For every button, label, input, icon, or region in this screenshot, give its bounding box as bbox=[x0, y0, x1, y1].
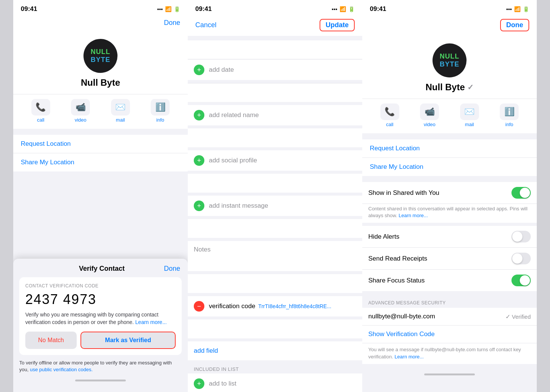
add-field-row[interactable]: add field bbox=[188, 341, 362, 360]
battery-icon-3: 🔋 bbox=[523, 6, 529, 12]
add-social-row[interactable]: + add social profile bbox=[188, 150, 362, 171]
verification-code-card: − verification code TrrTI8e4cfrr_hf8t6h8… bbox=[188, 296, 362, 316]
mark-verified-button[interactable]: Mark as Verified bbox=[80, 332, 176, 349]
info-button-3[interactable]: ℹ️ info bbox=[500, 103, 519, 127]
panel-1: 09:41 ▪▪▪ 📶 🔋 Done NULL BYTE Null Byte 📞… bbox=[13, 0, 188, 392]
add-related-label: add related name bbox=[209, 111, 259, 119]
panel2-header: Cancel Update bbox=[188, 16, 362, 36]
video-button[interactable]: 📹 video bbox=[71, 99, 90, 123]
mail-button-3[interactable]: ✉️ mail bbox=[460, 103, 479, 127]
status-icons-2: ▪▪▪ 📶 🔋 bbox=[332, 6, 355, 12]
signal-icon-2: ▪▪▪ bbox=[332, 6, 337, 12]
home-indicator-3 bbox=[362, 367, 537, 378]
share-focus-row: Share Focus Status bbox=[362, 270, 537, 291]
signal-icon-3: ▪▪▪ bbox=[506, 6, 512, 12]
send-read-receipts-toggle[interactable] bbox=[511, 253, 531, 264]
verify-section-label: CONTACT VERIFICATION CODE bbox=[25, 283, 176, 289]
show-in-shared-row: Show in Shared with You bbox=[362, 182, 537, 204]
avatar-null-text: NULL bbox=[91, 48, 110, 56]
add-date-row[interactable]: + add date bbox=[188, 60, 362, 80]
show-in-shared-toggle[interactable] bbox=[511, 187, 531, 199]
add-im-label: add instant message bbox=[209, 202, 268, 210]
done-button-1[interactable]: Done bbox=[164, 19, 180, 27]
show-verification-code-link[interactable]: Show Verification Code bbox=[362, 325, 537, 343]
call-label: call bbox=[37, 117, 45, 123]
status-time-2: 09:41 bbox=[195, 5, 212, 13]
info-label-1: info bbox=[156, 117, 164, 123]
add-date-label: add date bbox=[209, 66, 234, 74]
avatar-1: NULL BYTE bbox=[83, 39, 117, 73]
send-read-receipts-row: Send Read Receipts bbox=[362, 248, 537, 270]
alerts-card: Hide Alerts Send Read Receipts Share Foc… bbox=[362, 226, 537, 291]
adv-learn-more-link[interactable]: Learn more... bbox=[394, 354, 423, 360]
verify-footer: To verify offline or allow more people t… bbox=[13, 355, 188, 373]
call-label-3: call bbox=[386, 122, 394, 127]
video-button-3[interactable]: 📹 video bbox=[420, 103, 439, 127]
info-button-1[interactable]: ℹ️ info bbox=[151, 99, 170, 123]
mail-button[interactable]: ✉️ mail bbox=[111, 99, 130, 123]
share-my-location-1[interactable]: Share My Location bbox=[13, 153, 188, 171]
add-im-icon: + bbox=[194, 201, 204, 211]
show-in-shared-card: Show in Shared with You Content shared i… bbox=[362, 182, 537, 223]
avatar-3: NULL BYTE bbox=[433, 43, 467, 77]
verification-code-row[interactable]: − verification code TrrTI8e4cfrr_hf8t6h8… bbox=[188, 296, 362, 316]
request-location-3[interactable]: Request Location bbox=[362, 139, 537, 158]
contact-section-3: NULL BYTE Null Byte ✓ bbox=[362, 36, 537, 99]
add-field-card: add field bbox=[188, 341, 362, 360]
modal-done-button[interactable]: Done bbox=[164, 265, 180, 273]
wifi-icon: 📶 bbox=[165, 6, 171, 12]
add-to-list-icon: + bbox=[194, 378, 204, 389]
no-match-button[interactable]: No Match bbox=[25, 332, 77, 349]
video-icon: 📹 bbox=[71, 99, 90, 116]
add-related-name-row[interactable]: + add related name bbox=[188, 105, 362, 125]
home-indicator-1 bbox=[13, 373, 188, 384]
status-bar-2: 09:41 ▪▪▪ 📶 🔋 bbox=[188, 0, 362, 16]
panel1-header: Done bbox=[13, 16, 188, 31]
action-buttons-3: 📞 call 📹 video ✉️ mail ℹ️ info bbox=[362, 99, 537, 133]
verification-code-value: TrrTI8e4cfrr_hf8t6h8e4c8tRE... bbox=[258, 303, 356, 309]
update-button[interactable]: Update bbox=[320, 19, 355, 31]
cancel-button[interactable]: Cancel bbox=[195, 21, 216, 29]
add-to-list-card: + add to list bbox=[188, 373, 362, 392]
share-focus-label: Share Focus Status bbox=[368, 277, 425, 284]
add-to-list-row[interactable]: + add to list bbox=[188, 373, 362, 392]
action-buttons-1: 📞 call 📹 video ✉️ mail ℹ️ info bbox=[13, 94, 188, 129]
verify-public-codes-link[interactable]: use public verification codes. bbox=[30, 367, 93, 372]
add-to-list-label: add to list bbox=[209, 380, 236, 387]
video-label-3: video bbox=[424, 122, 436, 127]
video-icon-3: 📹 bbox=[420, 103, 439, 120]
hide-alerts-toggle[interactable] bbox=[511, 231, 531, 242]
status-icons-1: ▪▪▪ 📶 🔋 bbox=[157, 6, 180, 12]
modal-title: Verify Contact bbox=[40, 265, 164, 273]
location-list-3: Request Location Share My Location bbox=[362, 139, 537, 176]
share-my-location-3[interactable]: Share My Location bbox=[362, 158, 537, 176]
request-location-1[interactable]: Request Location bbox=[13, 135, 188, 153]
add-social-card: + add social profile bbox=[188, 150, 362, 171]
battery-icon-2: 🔋 bbox=[348, 6, 355, 12]
contact-name-with-badge: Null Byte ✓ bbox=[425, 82, 473, 93]
call-button-3[interactable]: 📞 call bbox=[380, 103, 399, 127]
notes-row[interactable]: Notes bbox=[188, 241, 362, 271]
location-list-1: Request Location Share My Location bbox=[13, 135, 188, 171]
verified-check-icon: ✓ bbox=[505, 313, 510, 320]
verify-learn-more-link[interactable]: Learn more... bbox=[135, 319, 167, 325]
hide-alerts-row: Hide Alerts bbox=[362, 226, 537, 248]
add-social-icon: + bbox=[194, 155, 204, 166]
add-im-row[interactable]: + add instant message bbox=[188, 196, 362, 216]
panel3-header: Done bbox=[362, 16, 537, 36]
add-related-icon: + bbox=[194, 110, 204, 120]
shared-learn-more-link[interactable]: Learn more... bbox=[399, 213, 428, 218]
done-button-3[interactable]: Done bbox=[500, 19, 529, 31]
share-focus-toggle[interactable] bbox=[511, 275, 531, 286]
status-bar-3: 09:41 ▪▪▪ 📶 🔋 bbox=[362, 0, 537, 16]
edit-scroll[interactable]: + add date + add related name + add soci… bbox=[188, 36, 362, 392]
add-field-label: add field bbox=[194, 347, 218, 355]
add-related-name-card: + add related name bbox=[188, 105, 362, 125]
call-button[interactable]: 📞 call bbox=[31, 99, 50, 123]
show-in-shared-label: Show in Shared with You bbox=[368, 189, 439, 197]
contact-name-1: Null Byte bbox=[81, 77, 120, 88]
adv-security-subtext: You will see a message if nullbyte@null-… bbox=[362, 343, 537, 364]
avatar-byte-text: BYTE bbox=[91, 56, 110, 64]
verify-section: CONTACT VERIFICATION CODE 2437 4973 Veri… bbox=[19, 277, 182, 355]
verify-buttons: No Match Mark as Verified bbox=[25, 332, 176, 349]
